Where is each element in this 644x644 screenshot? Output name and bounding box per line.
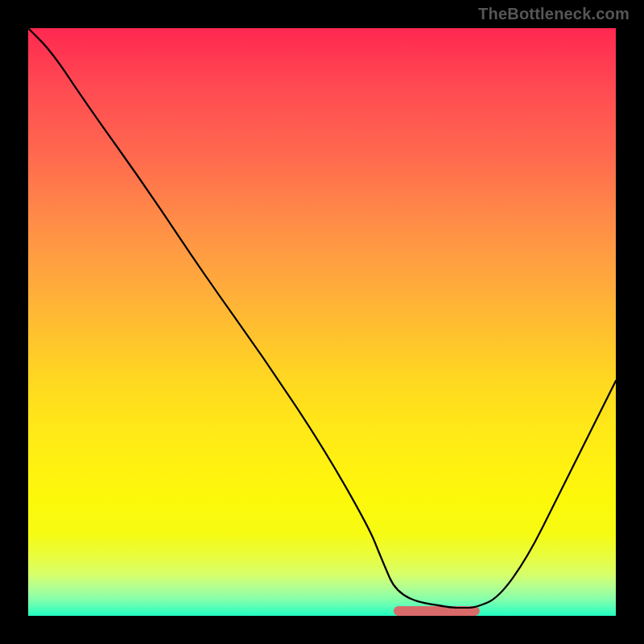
watermark-text: TheBottleneck.com <box>478 5 630 23</box>
bottleneck-curve <box>28 28 616 608</box>
chart-svg <box>28 28 616 616</box>
chart-frame: TheBottleneck.com <box>0 0 644 644</box>
plot-area <box>28 28 616 616</box>
